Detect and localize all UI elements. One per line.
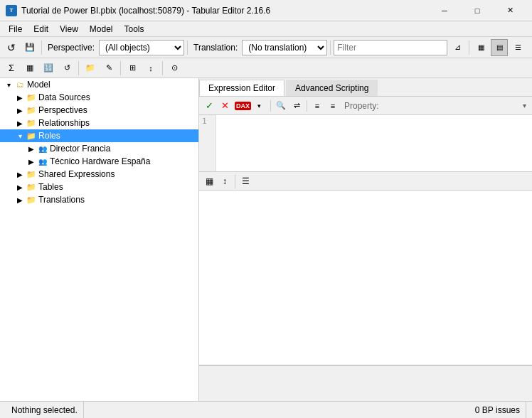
status-left: Nothing selected. [6,402,84,418]
props-sort-btn[interactable]: ↕ [218,174,232,188]
expr-check-btn[interactable]: ✓ [202,99,216,113]
main-toolbar: ↺ 💾 Perspective: (All objects) Translati… [0,37,532,58]
expr-cross-btn[interactable]: ✕ [218,99,232,113]
expr-toolbar: ✓ ✕ DAX ▾ 🔍 ⇌ ≡ ≡ Property: ▾ [199,97,532,115]
status-bar: Nothing selected. 0 BP issues [0,401,532,418]
toolbar-sep-1 [41,41,42,55]
tree-item-perspectives[interactable]: ▶ 📁 Perspectives [0,104,198,117]
app-icon: T [6,5,17,16]
translations-icon: 📁 [26,194,37,205]
model-arrow: ▾ [3,81,14,89]
toolbar-sep-4 [469,41,469,55]
filter-input[interactable] [334,40,447,55]
dax-label: DAX [235,102,251,110]
tables-arrow: ▶ [14,183,26,191]
toolbar-save-btn[interactable]: 💾 [21,39,38,56]
menu-file[interactable]: File [3,23,28,36]
table-btn[interactable]: ▦ [21,60,38,77]
expr-more-btn[interactable]: ≡ [326,99,340,113]
extra-btn[interactable]: ⊙ [166,60,183,77]
tree-label-model: Model [26,80,50,90]
tree-item-tecnico[interactable]: ▶ 👥 Técnico Hardware España [0,155,198,168]
tree-label-tecnico: Técnico Hardware España [48,156,150,166]
expr-edit-container: 1 [199,115,532,172]
maximize-button[interactable]: □ [461,0,494,21]
expr-textarea[interactable] [216,115,532,171]
status-right: 0 BP issues [469,402,526,418]
menu-bar: File Edit View Model Tools [0,21,532,37]
toolbar-sep-2 [187,41,188,55]
title-bar: T Tutorial de Power BI.pbix (localhost:5… [0,0,532,21]
refresh-btn[interactable]: ↺ [58,60,75,77]
props-sep [235,174,235,188]
title-bar-left: T Tutorial de Power BI.pbix (localhost:5… [6,5,270,16]
expr-collapse-arrow: ▾ [523,102,529,109]
sort-btn[interactable]: ↕ [142,60,159,77]
props-grid-btn[interactable]: ▦ [202,174,216,188]
view-btn-3[interactable]: ☰ [509,39,526,56]
window-title: Tutorial de Power BI.pbix (localhost:508… [21,6,270,16]
props-list-btn[interactable]: ☰ [238,174,252,188]
perspective-label: Perspective: [45,43,97,53]
minimize-button[interactable]: ─ [428,0,461,21]
dax-drop-btn[interactable]: ▾ [252,99,266,113]
sigma-btn[interactable]: Σ [3,60,20,77]
model-icon: 🗂 [14,79,26,90]
tree-item-model[interactable]: ▾ 🗂 Model [0,78,198,91]
perspectives-arrow: ▶ [14,107,26,114]
tecnico-arrow: ▶ [26,158,37,166]
view-btn-2[interactable]: ▤ [491,39,508,56]
menu-model[interactable]: Model [84,23,119,36]
roles-icon: 📁 [26,130,37,141]
tree-item-translations[interactable]: ▶ 📁 Translations [0,193,198,206]
edit-btn[interactable]: ✎ [100,60,117,77]
tab-expression-editor[interactable]: Expression Editor [199,80,284,96]
menu-tools[interactable]: Tools [119,23,150,36]
relationships-icon: 📁 [26,117,37,129]
tree-label-translations: Translations [37,195,85,205]
expr-format-btn[interactable]: ⇌ [289,99,304,113]
roles-arrow: ▾ [14,132,26,140]
tecnico-icon: 👥 [37,156,48,167]
tab-advanced-scripting[interactable]: Advanced Scripting [286,80,378,96]
bottom-toolbar: ▦ ↕ ☰ [199,172,532,191]
menu-view[interactable]: View [54,23,84,36]
toolbar-new-btn[interactable]: ↺ [3,39,20,56]
shared-expr-icon: 📁 [26,168,37,180]
extra-bottom-panel [199,365,532,401]
tree-item-relationships[interactable]: ▶ 📁 Relationships [0,117,198,129]
calc-btn[interactable]: 🔢 [40,60,57,77]
tree-item-tables[interactable]: ▶ 📁 Tables [0,181,198,193]
icon-sep-2 [120,61,121,75]
close-button[interactable]: ✕ [494,0,526,21]
tree-item-roles[interactable]: ▾ 📁 Roles [0,129,198,142]
director-icon: 👥 [37,143,48,154]
icon-sep-1 [78,61,79,75]
folder-btn[interactable]: 📁 [82,60,99,77]
tree-label-shared-expr: Shared Expressions [37,169,115,179]
tree-item-datasources[interactable]: ▶ 📁 Data Sources [0,91,198,104]
main-layout: ▾ 🗂 Model ▶ 📁 Data Sources ▶ 📁 Perspecti… [0,78,532,401]
window-controls: ─ □ ✕ [428,0,526,21]
translation-dropdown[interactable]: (No translation) [242,40,327,55]
tree-item-shared-expressions[interactable]: ▶ 📁 Shared Expressions [0,168,198,181]
col-btn[interactable]: ⊞ [124,60,141,77]
filter-icon-btn[interactable]: ⊿ [449,39,466,56]
tabs-bar: Expression Editor Advanced Scripting [199,78,532,97]
menu-edit[interactable]: Edit [28,23,54,36]
tree-label-roles: Roles [37,131,60,141]
perspective-dropdown[interactable]: (All objects) [99,40,184,55]
view-btn-1[interactable]: ▦ [472,39,489,56]
tree-item-director-francia[interactable]: ▶ 👥 Director Francia [0,142,198,155]
tree-label-relationships: Relationships [37,118,90,128]
datasources-icon: 📁 [26,92,37,103]
tree-label-director: Director Francia [48,144,110,154]
shared-expr-arrow: ▶ [14,171,26,178]
expr-align-btn[interactable]: ≡ [310,99,324,113]
relationships-arrow: ▶ [14,119,26,127]
expr-sep-2 [307,100,307,112]
icon-toolbar: Σ ▦ 🔢 ↺ 📁 ✎ ⊞ ↕ ⊙ [0,58,532,78]
properties-area [199,191,532,365]
expr-search-btn[interactable]: 🔍 [274,99,288,113]
property-label: Property: [344,101,379,111]
